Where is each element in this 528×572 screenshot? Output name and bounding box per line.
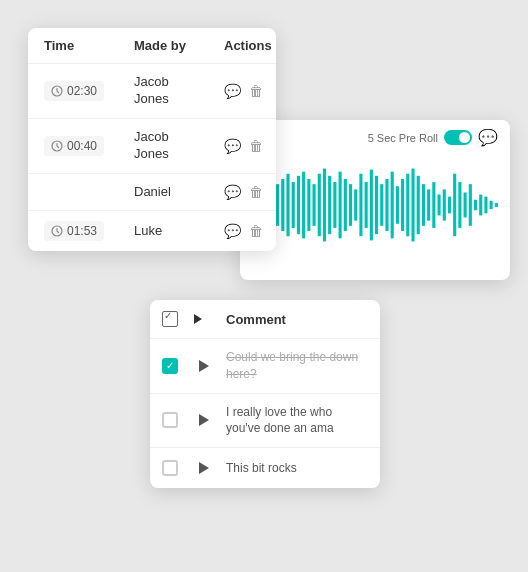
svg-rect-9 xyxy=(281,179,284,231)
table-row: 02:30 JacobJones 💬 🗑 xyxy=(28,64,276,119)
play-button[interactable] xyxy=(194,458,214,478)
comments-table: Time Made by Actions 02:30 JacobJones 💬 … xyxy=(28,28,276,251)
play-header-icon xyxy=(194,314,202,324)
svg-rect-46 xyxy=(474,200,477,210)
time-badge: 01:53 xyxy=(44,221,104,241)
comment-icon[interactable]: 💬 xyxy=(224,83,241,99)
time-column-header: Time xyxy=(44,38,134,53)
svg-rect-49 xyxy=(490,201,493,209)
svg-rect-40 xyxy=(443,189,446,220)
svg-rect-28 xyxy=(380,184,383,226)
comment-text: I really love the who you've done an ama xyxy=(226,404,368,438)
svg-rect-33 xyxy=(406,174,409,237)
time-badge: 00:40 xyxy=(44,136,104,156)
waveform-area: .wbar { fill: #00bfb3; } xyxy=(240,155,510,265)
play-triangle-icon xyxy=(199,360,209,372)
trash-icon[interactable]: 🗑 xyxy=(249,184,263,200)
list-item-checkbox[interactable] xyxy=(162,460,194,476)
made-by-column-header: Made by xyxy=(134,38,224,53)
comment-column-header: Comment xyxy=(226,312,368,327)
svg-rect-38 xyxy=(432,182,435,228)
svg-rect-30 xyxy=(391,172,394,239)
svg-rect-15 xyxy=(313,184,316,226)
unchecked-icon xyxy=(162,460,178,476)
svg-rect-13 xyxy=(302,172,305,239)
trash-icon[interactable]: 🗑 xyxy=(249,138,263,154)
svg-rect-14 xyxy=(307,179,310,231)
svg-rect-26 xyxy=(370,170,373,241)
list-item: I really love the who you've done an ama xyxy=(150,394,380,449)
svg-rect-48 xyxy=(484,197,487,214)
comment-bubble-icon: 💬 xyxy=(478,128,498,147)
time-value: 02:30 xyxy=(67,84,97,98)
made-by-cell: JacobJones xyxy=(134,129,224,163)
clock-icon xyxy=(51,85,63,97)
list-item-checkbox[interactable] xyxy=(162,412,194,428)
clock-icon xyxy=(51,225,63,237)
trash-icon[interactable]: 🗑 xyxy=(249,223,263,239)
comment-text: Could we bring the down here? xyxy=(226,349,368,383)
checked-icon: ✓ xyxy=(162,358,178,374)
unchecked-icon xyxy=(162,412,178,428)
comment-teal-icon[interactable]: 💬 xyxy=(224,184,241,200)
svg-rect-24 xyxy=(359,174,362,237)
list-item-checkbox[interactable]: ✓ xyxy=(162,358,194,374)
waveform-top-bar: 5 Sec Pre Roll 💬 xyxy=(240,120,510,155)
svg-rect-42 xyxy=(453,174,456,237)
svg-rect-17 xyxy=(323,169,326,242)
svg-rect-12 xyxy=(297,176,300,234)
svg-rect-41 xyxy=(448,197,451,214)
time-value: 00:40 xyxy=(67,139,97,153)
comment-icon[interactable]: 💬 xyxy=(224,138,241,154)
svg-rect-23 xyxy=(354,189,357,220)
actions-cell: 💬 🗑 xyxy=(224,83,276,99)
pre-roll-label: 5 Sec Pre Roll xyxy=(368,132,438,144)
svg-rect-45 xyxy=(469,184,472,226)
svg-rect-43 xyxy=(458,182,461,228)
svg-rect-32 xyxy=(401,179,404,231)
play-triangle-icon xyxy=(199,414,209,426)
svg-rect-18 xyxy=(328,176,331,234)
list-item: ✓ Could we bring the down here? xyxy=(150,339,380,394)
svg-rect-19 xyxy=(333,182,336,228)
svg-rect-50 xyxy=(495,203,498,207)
play-button[interactable] xyxy=(194,410,214,430)
header-play xyxy=(194,310,226,328)
svg-rect-34 xyxy=(411,169,414,242)
actions-cell: 💬 🗑 xyxy=(224,184,276,200)
svg-rect-20 xyxy=(339,172,342,239)
header-checkbox[interactable] xyxy=(162,311,194,327)
svg-rect-10 xyxy=(286,174,289,237)
svg-rect-37 xyxy=(427,189,430,220)
time-cell: 00:40 xyxy=(44,136,134,156)
comments-list-card: Comment ✓ Could we bring the down here? … xyxy=(150,300,380,488)
svg-rect-11 xyxy=(292,182,295,228)
actions-column-header: Actions xyxy=(224,38,276,53)
list-item: This bit rocks xyxy=(150,448,380,488)
svg-rect-31 xyxy=(396,186,399,224)
svg-rect-36 xyxy=(422,184,425,226)
svg-rect-16 xyxy=(318,174,321,237)
svg-rect-8 xyxy=(276,184,279,226)
svg-rect-27 xyxy=(375,176,378,234)
svg-rect-44 xyxy=(464,193,467,218)
play-button[interactable] xyxy=(194,356,214,376)
time-cell: 01:53 xyxy=(44,221,134,241)
table-row: 00:40 JacobJones 💬 🗑 xyxy=(28,119,276,174)
actions-cell: 💬 🗑 xyxy=(224,223,276,239)
svg-rect-39 xyxy=(438,195,441,216)
comment-icon[interactable]: 💬 xyxy=(224,223,241,239)
trash-icon[interactable]: 🗑 xyxy=(249,83,263,99)
made-by-cell: Luke xyxy=(134,223,224,240)
svg-rect-22 xyxy=(349,184,352,226)
pre-roll-toggle[interactable] xyxy=(444,130,472,145)
waveform-card: 5 Sec Pre Roll 💬 .wbar { fill: #00bfb3; … xyxy=(240,120,510,280)
made-by-cell: Daniel xyxy=(134,184,224,201)
time-cell: 02:30 xyxy=(44,81,134,101)
made-by-cell: JacobJones xyxy=(134,74,224,108)
waveform-svg: .wbar { fill: #00bfb3; } xyxy=(250,160,500,250)
svg-rect-47 xyxy=(479,195,482,216)
svg-rect-25 xyxy=(365,182,368,228)
actions-cell: 💬 🗑 xyxy=(224,138,276,154)
list-header: Comment xyxy=(150,300,380,339)
